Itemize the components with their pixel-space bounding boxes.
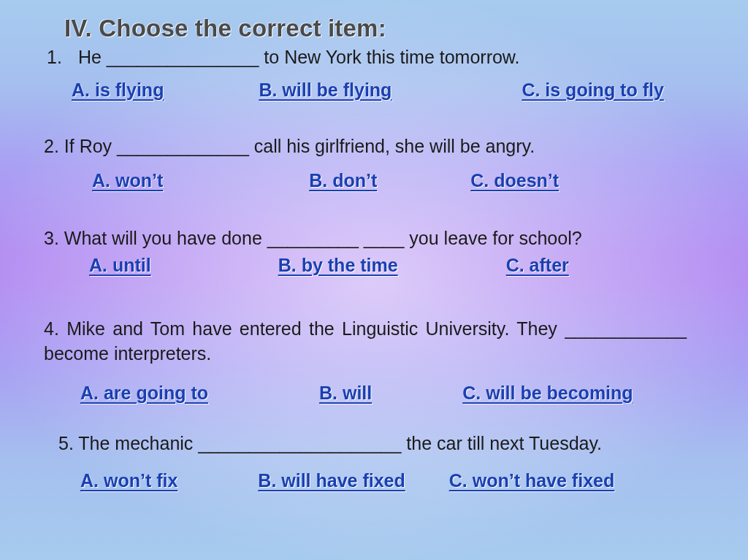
q3-option-c[interactable]: C. after bbox=[506, 255, 569, 276]
q4-option-c[interactable]: C. will be becoming bbox=[462, 383, 633, 404]
question-4-options: A. are going to B. will C. will be becom… bbox=[44, 383, 711, 404]
question-2-options: A. won’t B. don’t C. doesn’t bbox=[44, 170, 711, 191]
section-title: IV. Choose the correct item: bbox=[64, 15, 711, 42]
question-5-options: A. won’t fix B. will have fixed C. won’t… bbox=[44, 470, 711, 491]
q3-option-a[interactable]: A. until bbox=[89, 255, 151, 276]
q4-option-b[interactable]: B. will bbox=[319, 383, 372, 404]
q2-option-c[interactable]: C. doesn’t bbox=[470, 170, 559, 191]
q1-option-a[interactable]: A. is flying bbox=[72, 80, 164, 101]
q5-option-c[interactable]: C. won’t have fixed bbox=[449, 470, 614, 491]
question-1: 1. He _______________ to New York this t… bbox=[44, 47, 711, 68]
q2-option-b[interactable]: B. don’t bbox=[309, 170, 377, 191]
question-5: 5. The mechanic ____________________ the… bbox=[58, 433, 711, 454]
question-1-options: A. is flying B. will be flying C. is goi… bbox=[44, 80, 711, 101]
question-2: 2. If Roy _____________ call his girlfri… bbox=[44, 136, 711, 157]
question-4: 4. Mike and Tom have entered the Linguis… bbox=[44, 317, 687, 367]
q1-option-b[interactable]: B. will be flying bbox=[259, 80, 392, 101]
q3-option-b[interactable]: B. by the time bbox=[278, 255, 398, 276]
question-3: 3. What will you have done _________ ___… bbox=[44, 228, 711, 249]
q5-option-a[interactable]: A. won’t fix bbox=[80, 470, 178, 491]
q1-option-c[interactable]: C. is going to fly bbox=[522, 80, 663, 101]
slide-content: IV. Choose the correct item: 1. He _____… bbox=[0, 0, 748, 506]
question-1-text: He _______________ to New York this time… bbox=[78, 47, 520, 67]
question-1-number: 1. bbox=[47, 47, 73, 68]
question-4-wrap: 4. Mike and Tom have entered the Linguis… bbox=[44, 317, 687, 367]
q5-option-b[interactable]: B. will have fixed bbox=[258, 470, 405, 491]
q4-option-a[interactable]: A. are going to bbox=[80, 383, 208, 404]
q2-option-a[interactable]: A. won’t bbox=[92, 170, 163, 191]
question-3-options: A. until B. by the time C. after bbox=[44, 255, 711, 276]
